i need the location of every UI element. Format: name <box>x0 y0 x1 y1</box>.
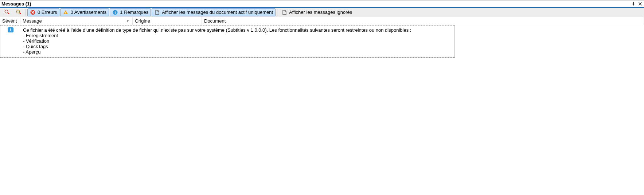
column-document-label: Document <box>204 18 226 24</box>
active-document-only-label: Afficher les messages du document actif … <box>162 9 273 15</box>
panel-title: Messages (1) <box>1 1 629 7</box>
info-icon: i <box>8 27 13 32</box>
grid-body: i Ce fichier a été créé à l'aide d'une d… <box>0 25 455 58</box>
warning-icon <box>63 9 69 15</box>
filter-warnings-button[interactable]: 0 Avertissements <box>60 8 109 16</box>
remarks-count: 1 <box>120 9 122 15</box>
clear-all-icon <box>16 9 22 15</box>
warnings-label: Avertissements <box>74 9 107 15</box>
filter-errors-button[interactable]: 0 Erreurs <box>27 8 59 16</box>
remarks-label: Remarques <box>124 9 148 15</box>
active-document-only-button[interactable]: Afficher les messages du document actif … <box>152 8 276 16</box>
errors-count: 0 <box>38 9 40 15</box>
warnings-count: 0 <box>70 9 73 15</box>
document-icon <box>154 9 160 15</box>
show-ignored-button[interactable]: Afficher les messages ignorés <box>279 8 355 16</box>
show-ignored-label: Afficher les messages ignorés <box>289 9 352 15</box>
svg-point-0 <box>5 10 8 13</box>
error-icon <box>30 9 36 15</box>
column-origin-label: Origine <box>135 18 150 24</box>
grid-header: Sévérit Message ▼ Origine Document <box>0 17 644 25</box>
column-severity-label: Sévérit <box>2 18 17 24</box>
filter-remarks-button[interactable]: 1 Remarques <box>110 8 151 16</box>
svg-rect-10 <box>66 13 66 14</box>
pin-icon <box>632 2 635 5</box>
errors-label: Erreurs <box>42 9 57 15</box>
toolbar-separator <box>277 9 277 16</box>
row-severity-cell: i <box>0 27 21 56</box>
row-message-cell: Ce fichier a été créé à l'aide d'une déf… <box>21 27 454 56</box>
column-message[interactable]: Message ▼ <box>20 17 133 25</box>
svg-rect-12 <box>115 12 116 14</box>
pin-button[interactable] <box>631 1 636 6</box>
document-icon <box>281 9 287 15</box>
clear-errors-icon <box>4 9 10 15</box>
svg-point-4 <box>16 10 19 13</box>
svg-rect-9 <box>66 12 66 13</box>
close-panel-button[interactable] <box>637 1 643 6</box>
toolbar-separator <box>26 9 26 16</box>
clear-all-button[interactable] <box>13 8 24 16</box>
panel-titlebar: Messages (1) <box>0 0 644 8</box>
info-icon <box>112 9 118 15</box>
messages-toolbar: 0 Erreurs 0 Avertissements 1 Remarques <box>0 8 644 17</box>
column-message-label: Message <box>23 18 42 24</box>
messages-panel: Messages (1) <box>0 0 644 58</box>
close-icon <box>639 2 642 5</box>
column-severity[interactable]: Sévérit <box>0 17 20 25</box>
clear-errors-button[interactable] <box>1 8 12 16</box>
column-document[interactable]: Document <box>202 17 644 25</box>
sort-indicator-icon: ▼ <box>126 19 129 23</box>
column-origin[interactable]: Origine <box>133 17 202 25</box>
table-row[interactable]: i Ce fichier a été créé à l'aide d'une d… <box>0 25 454 58</box>
svg-rect-13 <box>115 11 116 12</box>
